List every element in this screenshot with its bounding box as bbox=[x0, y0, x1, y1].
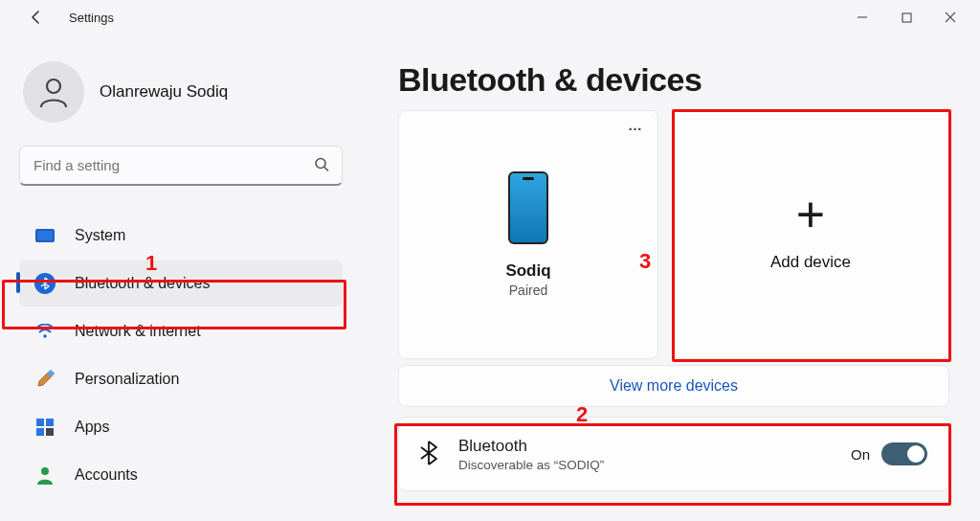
avatar bbox=[23, 61, 84, 123]
bluetooth-title: Bluetooth bbox=[458, 437, 604, 456]
sidebar-item-personalization[interactable]: Personalization bbox=[19, 356, 343, 402]
device-name: Sodiq bbox=[505, 261, 550, 281]
svg-rect-10 bbox=[46, 428, 54, 436]
svg-rect-8 bbox=[46, 419, 54, 426]
search-input[interactable] bbox=[19, 146, 343, 186]
profile-section[interactable]: Olanrewaju Sodiq bbox=[19, 52, 343, 146]
page-title: Bluetooth & devices bbox=[398, 61, 961, 99]
bluetooth-subtitle: Discoverable as “SODIQ” bbox=[458, 458, 604, 472]
device-card[interactable]: … Sodiq Paired bbox=[398, 110, 658, 359]
device-more-button[interactable]: … bbox=[628, 117, 644, 133]
titlebar: Settings bbox=[0, 0, 980, 34]
sidebar-item-network[interactable]: Network & internet bbox=[19, 308, 343, 354]
sidebar-item-accounts[interactable]: Accounts bbox=[19, 452, 343, 498]
sidebar-item-system[interactable]: System bbox=[19, 213, 343, 259]
add-device-card[interactable]: + Add device bbox=[672, 110, 949, 359]
window-controls bbox=[840, 2, 972, 33]
sidebar-item-label: Network & internet bbox=[75, 323, 201, 340]
svg-point-11 bbox=[41, 467, 49, 475]
svg-rect-7 bbox=[36, 419, 44, 426]
arrow-left-icon bbox=[29, 10, 44, 25]
sidebar: Olanrewaju Sodiq System Bluetooth & devi… bbox=[0, 34, 362, 521]
close-icon bbox=[945, 11, 956, 23]
minimize-button[interactable] bbox=[840, 2, 884, 33]
bluetooth-toggle-row: Bluetooth Discoverable as “SODIQ” On bbox=[398, 417, 949, 491]
person-icon bbox=[36, 75, 71, 109]
sidebar-item-label: Bluetooth & devices bbox=[75, 275, 210, 292]
svg-rect-1 bbox=[902, 13, 911, 22]
maximize-button[interactable] bbox=[884, 2, 928, 33]
wifi-icon bbox=[34, 324, 56, 339]
phone-illustration-icon bbox=[508, 171, 548, 244]
bluetooth-glyph-icon bbox=[420, 441, 437, 468]
sidebar-item-label: Apps bbox=[75, 419, 109, 436]
maximize-icon bbox=[902, 12, 912, 23]
svg-rect-9 bbox=[36, 428, 44, 436]
search-wrap bbox=[19, 146, 343, 186]
selection-accent bbox=[16, 272, 20, 293]
apps-icon bbox=[34, 418, 56, 437]
sidebar-item-label: System bbox=[75, 227, 125, 244]
account-icon bbox=[34, 465, 56, 485]
paintbrush-icon bbox=[34, 370, 56, 389]
sidebar-item-label: Personalization bbox=[75, 371, 179, 388]
minimize-icon bbox=[857, 11, 868, 23]
svg-point-3 bbox=[316, 159, 325, 169]
svg-point-5 bbox=[43, 334, 47, 338]
nav: System Bluetooth & devices Network & int… bbox=[19, 213, 343, 498]
plus-icon: + bbox=[796, 190, 825, 239]
sidebar-item-apps[interactable]: Apps bbox=[19, 404, 343, 450]
bluetooth-state-label: On bbox=[851, 446, 870, 463]
svg-line-4 bbox=[324, 168, 328, 171]
svg-point-2 bbox=[47, 79, 60, 93]
sidebar-item-label: Accounts bbox=[75, 466, 138, 484]
view-more-devices-button[interactable]: View more devices bbox=[398, 365, 949, 407]
window-title: Settings bbox=[69, 11, 114, 25]
device-status: Paired bbox=[509, 283, 547, 298]
system-icon bbox=[34, 229, 56, 242]
add-device-label: Add device bbox=[770, 253, 851, 272]
main: Bluetooth & devices … Sodiq Paired + Add… bbox=[362, 34, 980, 521]
view-more-label: View more devices bbox=[610, 377, 738, 395]
close-button[interactable] bbox=[928, 2, 972, 33]
device-cards-row: … Sodiq Paired + Add device bbox=[398, 110, 961, 359]
sidebar-item-bluetooth-devices[interactable]: Bluetooth & devices bbox=[19, 260, 343, 306]
bluetooth-icon bbox=[34, 273, 56, 294]
profile-name: Olanrewaju Sodiq bbox=[100, 82, 228, 102]
bluetooth-toggle[interactable] bbox=[881, 442, 927, 465]
back-button[interactable] bbox=[21, 2, 52, 33]
search-icon bbox=[314, 157, 329, 175]
